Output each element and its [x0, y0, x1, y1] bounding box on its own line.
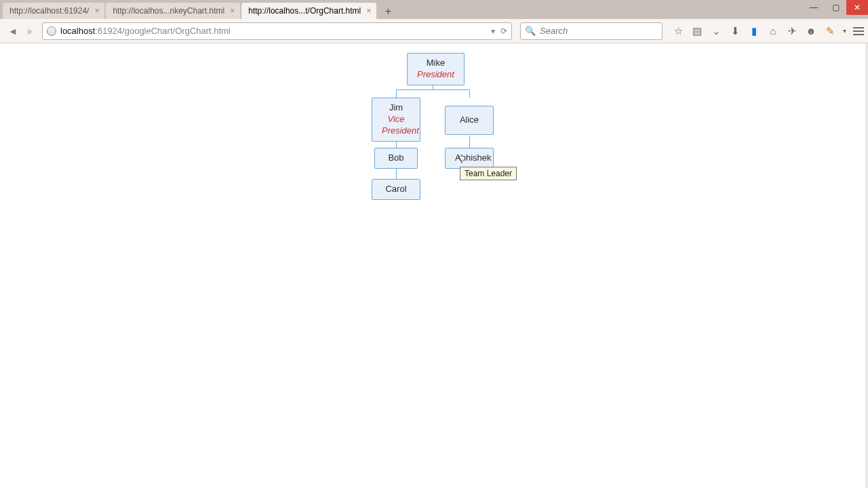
close-icon[interactable]: ×: [230, 6, 235, 16]
node-name: Jim: [382, 102, 410, 114]
url-path: /googleChart/OrgChart.html: [122, 26, 231, 36]
nav-buttons: ◄ ►: [4, 22, 39, 40]
back-button[interactable]: ◄: [4, 22, 22, 40]
tab-strip: http://localhost:61924/ × http://localho…: [0, 0, 395, 19]
tab-label: http://localhos...nkeyChart.html: [113, 6, 224, 16]
library-icon[interactable]: ▤: [691, 25, 703, 37]
forward-button[interactable]: ►: [22, 22, 39, 40]
node-title: Vice President: [382, 114, 410, 137]
node-name: Bob: [384, 152, 408, 164]
node-title: President: [417, 69, 454, 81]
toolbar-icons: ☆ ▤ ⌄ ⬇ ▮ ⌂ ✈ ☻ ✎ ▾: [672, 25, 864, 37]
chat-icon[interactable]: ☻: [805, 25, 817, 37]
connector: [396, 89, 397, 98]
search-icon: 🔍: [525, 26, 536, 36]
maximize-button[interactable]: ▢: [825, 0, 846, 15]
url-port: :61924: [95, 26, 122, 36]
url-actions: ▾ ⟳: [491, 26, 507, 36]
org-node-jim[interactable]: Jim Vice President: [372, 98, 420, 142]
org-node-carol[interactable]: Carol: [372, 179, 420, 200]
url-host: localhost: [60, 26, 95, 36]
new-tab-button[interactable]: +: [380, 4, 395, 19]
close-icon[interactable]: ×: [366, 6, 371, 16]
close-window-button[interactable]: ✕: [846, 0, 868, 15]
home-icon[interactable]: ⌂: [767, 25, 779, 37]
org-node-bob[interactable]: Bob: [374, 148, 418, 169]
node-name: Carol: [382, 184, 410, 195]
search-input[interactable]: [540, 26, 658, 36]
tab-2[interactable]: http://localhos...t/OrgChart.html ×: [241, 3, 376, 19]
star-icon[interactable]: ☆: [672, 25, 684, 37]
connector: [469, 136, 470, 148]
window-controls: — ▢ ✕: [803, 0, 868, 15]
org-node-alice[interactable]: Alice: [445, 106, 494, 135]
tooltip-text: Team Leader: [465, 169, 512, 178]
search-bar[interactable]: 🔍: [520, 22, 663, 40]
toolbar: ◄ ► localhost:61924/googleChart/OrgChart…: [0, 19, 868, 43]
node-name: Mike: [417, 58, 454, 69]
url-bar[interactable]: localhost:61924/googleChart/OrgChart.htm…: [42, 22, 512, 40]
blue-app-icon[interactable]: ▮: [748, 25, 760, 37]
page-content: Mike President Jim Vice President Alice …: [0, 43, 868, 488]
pocket-icon[interactable]: ⌄: [710, 25, 722, 37]
dropdown-icon[interactable]: ▾: [491, 26, 495, 36]
node-name: Abhishek: [455, 152, 484, 164]
reload-icon[interactable]: ⟳: [500, 26, 507, 36]
brush-icon[interactable]: ✎: [824, 25, 836, 37]
node-name: Alice: [455, 115, 484, 126]
connector: [396, 89, 469, 90]
titlebar: http://localhost:61924/ × http://localho…: [0, 0, 868, 19]
tab-label: http://localhos...t/OrgChart.html: [248, 6, 361, 16]
close-icon[interactable]: ×: [94, 6, 99, 16]
minimize-button[interactable]: —: [803, 0, 825, 15]
send-icon[interactable]: ✈: [786, 25, 798, 37]
tab-label: http://localhost:61924/: [9, 6, 89, 16]
tab-1[interactable]: http://localhos...nkeyChart.html ×: [106, 3, 240, 19]
tooltip: Team Leader: [460, 167, 517, 180]
chevron-down-icon[interactable]: ▾: [843, 27, 846, 35]
connector: [469, 89, 470, 98]
org-node-abhishek[interactable]: Abhishek: [445, 148, 494, 169]
org-node-mike[interactable]: Mike President: [407, 53, 465, 85]
globe-icon: [47, 26, 56, 36]
org-chart: Mike President Jim Vice President Alice …: [175, 53, 690, 270]
menu-button[interactable]: [853, 27, 864, 35]
download-icon[interactable]: ⬇: [729, 25, 741, 37]
tab-0[interactable]: http://localhost:61924/ ×: [3, 3, 104, 19]
